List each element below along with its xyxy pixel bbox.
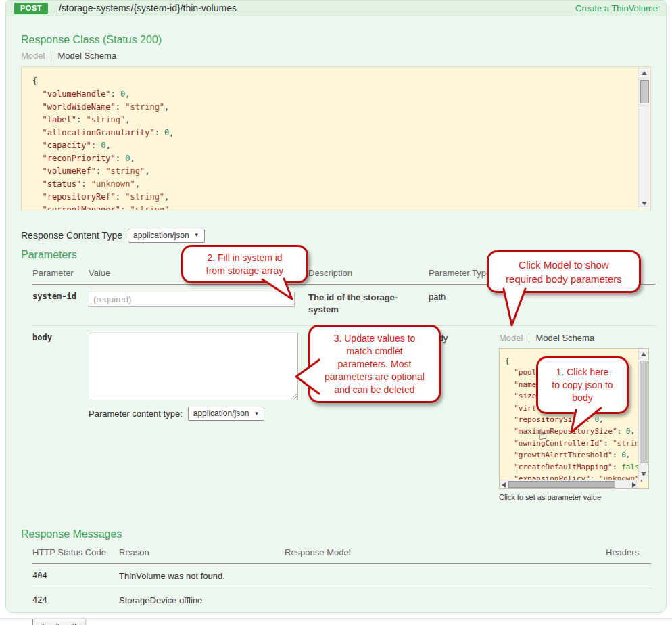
col-header-http-status: HTTP Status Code [32, 540, 119, 564]
scroll-down-arrow-icon[interactable] [641, 472, 646, 476]
col-header-response-model: Response Model [285, 540, 606, 564]
scrollbar-thumb[interactable] [640, 361, 648, 463]
col-header-description: Description [308, 263, 429, 285]
response-class-tabs: ModelModel Schema [21, 51, 651, 62]
response-messages-table: HTTP Status Code Reason Response Model H… [32, 540, 651, 612]
scrollbar-thumb[interactable] [640, 80, 649, 103]
endpoint-path-link[interactable]: /storage-systems/{system-id}/thin-volume… [59, 3, 237, 14]
tab-body-model[interactable]: Model [499, 333, 529, 343]
reason-404: ThinVolume was not found. [119, 564, 285, 588]
snippet-vertical-scrollbar[interactable] [638, 349, 648, 480]
param-type: path [429, 285, 499, 326]
parameter-content-type-select[interactable]: application/json ▼ [188, 407, 265, 421]
parameter-content-type-label: Parameter content type: [89, 409, 183, 419]
status-code-424: 424 [32, 588, 119, 612]
scroll-up-arrow-icon[interactable] [642, 71, 647, 75]
code-vertical-scrollbar[interactable] [638, 68, 650, 209]
http-method-badge[interactable]: POST [14, 3, 48, 14]
callout-copy-json: 1. Click here to copy json to body [536, 356, 629, 414]
param-description: The id of the storage-system [308, 285, 413, 326]
page-bottom-divider [0, 618, 672, 619]
scroll-up-arrow-icon[interactable] [641, 352, 646, 356]
response-model-cell [285, 564, 606, 588]
col-header-headers: Headers [606, 540, 651, 564]
param-value-cell [89, 285, 308, 326]
chevron-down-icon: ▼ [254, 411, 259, 417]
endpoint-summary-link[interactable]: Create a ThinVolume [575, 3, 658, 14]
snippet-horizontal-scrollbar[interactable] [500, 480, 638, 488]
body-textarea[interactable] [89, 333, 298, 400]
endpoint-content: Response Class (Status 200) ModelModel S… [6, 16, 666, 625]
endpoint-heading-bar: POST /storage-systems/{system-id}/thin-v… [6, 1, 666, 16]
response-model-cell [285, 588, 606, 612]
response-content-type-row: Response Content Type application/json ▼ [21, 227, 651, 244]
col-header-reason: Reason [119, 540, 285, 564]
status-code-404: 404 [32, 564, 119, 588]
param-name-system-id: system-id [32, 285, 89, 326]
snippet-caption: Click to set as parameter value [499, 493, 649, 501]
headers-cell [606, 564, 651, 588]
endpoint-panel: POST /storage-systems/{system-id}/thin-v… [5, 0, 667, 613]
tab-model-schema[interactable]: Model Schema [57, 51, 116, 61]
param-value-cell: Parameter content type: application/json… [89, 326, 308, 511]
hand-cursor-icon: ☞ [535, 428, 551, 441]
scroll-left-arrow-icon[interactable] [502, 482, 506, 488]
tab-body-model-schema[interactable]: Model Schema [535, 333, 594, 343]
scroll-down-arrow-icon[interactable] [642, 202, 647, 206]
scrollbar-thumb[interactable] [508, 481, 615, 488]
response-schema-json: { "volumeHandle": 0, "worldWideName": "s… [22, 67, 650, 210]
headers-cell [606, 588, 651, 612]
reason-424: StorageDevice offline [119, 588, 285, 612]
system-id-input[interactable] [89, 292, 295, 307]
parameter-content-type-value: application/json [193, 409, 249, 418]
chevron-down-icon: ▼ [194, 232, 199, 238]
col-header-parameter: Parameter [32, 263, 89, 285]
response-class-title: Response Class (Status 200) [21, 34, 651, 46]
response-content-type-select[interactable]: application/json ▼ [128, 229, 205, 243]
response-messages-title: Response Messages [21, 528, 651, 540]
scroll-right-arrow-icon[interactable] [632, 482, 636, 488]
tab-model[interactable]: Model [21, 51, 51, 61]
response-content-type-label: Response Content Type [21, 230, 122, 241]
response-model-schema-code: { "volumeHandle": 0, "worldWideName": "s… [21, 66, 651, 210]
body-data-type-cell: ModelModel Schema { "pool "name "size "v… [499, 326, 656, 511]
callout-fill-system-id: 2. Fill in system id from storage array [181, 245, 308, 283]
response-content-type-value: application/json [133, 231, 189, 240]
param-name-body: body [32, 326, 89, 511]
body-schema-tabs: ModelModel Schema [499, 333, 649, 344]
callout-click-model: Click Model to show required body parame… [487, 250, 641, 293]
callout-update-values: 3. Update values to match cmdlet paramet… [308, 325, 441, 403]
